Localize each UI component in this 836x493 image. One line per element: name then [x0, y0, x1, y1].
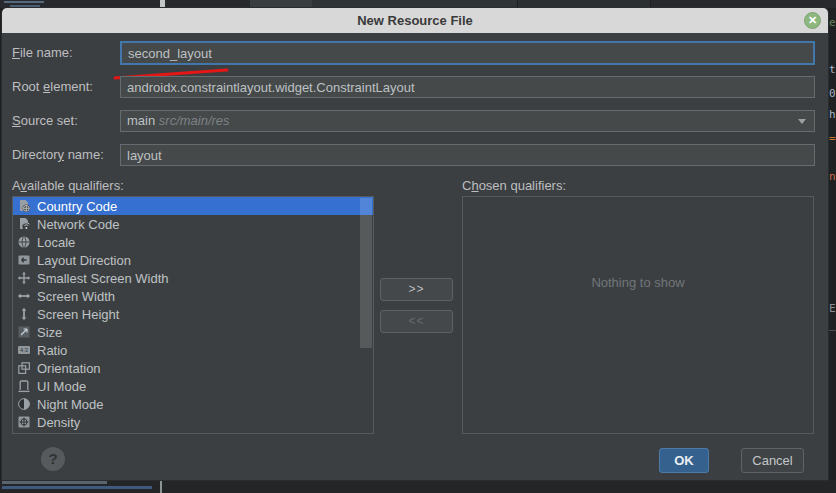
editor-text-fragment: t [829, 63, 836, 76]
qualifier-item-label: Screen Width [37, 289, 115, 304]
screen-width-icon [17, 289, 31, 303]
country-code-icon [17, 199, 31, 213]
qualifier-item[interactable]: Locale [13, 233, 373, 251]
new-resource-file-dialog: New Resource File ✕ File name: Root elem… [2, 8, 828, 480]
qualifier-item-label: Network Code [37, 217, 119, 232]
qualifier-item-label: Size [37, 325, 62, 340]
chevron-down-icon [798, 119, 806, 124]
file-name-input[interactable] [120, 41, 815, 65]
editor-text-fragment: 0 [829, 87, 836, 100]
qualifier-item-label: Night Mode [37, 397, 103, 412]
available-qualifiers-label: Available qualifiers: [12, 178, 124, 194]
qualifier-item-label: Locale [37, 235, 75, 250]
ratio-icon: 4:3 [17, 343, 31, 357]
screen-height-icon [17, 307, 31, 321]
ide-background-bottom [0, 480, 836, 493]
ide-bottom-text-fragment [2, 481, 107, 484]
source-set-combobox[interactable]: main src/main/res [120, 110, 815, 132]
help-button[interactable]: ? [41, 447, 65, 471]
night-mode-icon [17, 397, 31, 411]
editor-text-fragment: e [829, 16, 836, 29]
qualifier-item-label: Country Code [37, 199, 117, 214]
density-icon [17, 415, 31, 429]
qualifier-item-label: Layout Direction [37, 253, 131, 268]
ide-top-tab-fragment [518, 0, 651, 8]
empty-state-text: Nothing to show [463, 275, 813, 290]
available-qualifiers-list[interactable]: Country CodeNetwork CodeLocaleLayout Dir… [12, 196, 374, 434]
ide-bottom-text-fragment [2, 486, 152, 489]
qualifier-item[interactable]: Night Mode [13, 395, 373, 413]
qualifier-item[interactable]: Network Code [13, 215, 373, 233]
scrollbar-thumb[interactable] [360, 198, 372, 348]
qualifier-item-label: Density [37, 415, 80, 430]
close-icon[interactable]: ✕ [804, 12, 821, 29]
ide-background-top [0, 0, 836, 8]
network-code-icon [17, 217, 31, 231]
root-element-input[interactable] [120, 76, 815, 98]
qualifier-item[interactable]: Density [13, 413, 373, 431]
move-right-button[interactable]: >> [380, 278, 453, 301]
qualifier-item[interactable]: 4:3Ratio [13, 341, 373, 359]
ide-top-divider [160, 0, 165, 8]
qualifier-item-label: Orientation [37, 361, 101, 376]
smallest-screen-width-icon [17, 271, 31, 285]
ide-top-tab-fragment [312, 0, 518, 8]
ide-top-tab-fragment [250, 0, 312, 8]
source-set-value: main [127, 113, 155, 128]
qualifier-item-label: Screen Height [37, 307, 119, 322]
layout-direction-icon [17, 253, 31, 267]
dialog-titlebar[interactable]: New Resource File ✕ [2, 8, 828, 33]
ide-top-text-fragment [10, 5, 40, 7]
screen: et0h=nE_F New Resource File ✕ File name:… [0, 0, 836, 493]
move-left-button[interactable]: << [380, 310, 453, 333]
size-icon [17, 325, 31, 339]
qualifier-item[interactable]: Country Code [13, 197, 373, 215]
editor-text-fragment: h [829, 108, 836, 121]
qualifier-item-label: Smallest Screen Width [37, 271, 169, 286]
qualifier-item[interactable]: Orientation [13, 359, 373, 377]
root-element-label: Root element: [12, 78, 93, 96]
qualifier-item[interactable]: Screen Width [13, 287, 373, 305]
qualifier-item[interactable]: Screen Height [13, 305, 373, 323]
chosen-qualifiers-panel[interactable]: Nothing to show [462, 196, 814, 434]
ui-mode-icon [17, 379, 31, 393]
editor-text-fragment: n [829, 170, 836, 183]
source-set-path-hint: src/main/res [159, 113, 230, 128]
file-name-label: File name: [12, 44, 73, 62]
ide-background-editor-sliver: et0h=nE_F [828, 8, 836, 480]
qualifier-item-label: Ratio [37, 343, 67, 358]
editor-text-fragment: _F [829, 318, 836, 331]
qualifier-item[interactable]: Layout Direction [13, 251, 373, 269]
ide-top-text-fragment [4, 1, 44, 3]
orientation-icon [17, 361, 31, 375]
qualifier-item-label: UI Mode [37, 379, 86, 394]
locale-icon [17, 235, 31, 249]
qualifier-item[interactable]: Size [13, 323, 373, 341]
dialog-title: New Resource File [2, 8, 828, 33]
cancel-button[interactable]: Cancel [741, 448, 804, 473]
svg-text:4:3: 4:3 [20, 347, 28, 353]
chosen-qualifiers-label: Chosen qualifiers: [462, 178, 566, 194]
qualifier-item[interactable]: UI Mode [13, 377, 373, 395]
editor-text-fragment: E [829, 302, 836, 315]
editor-text-fragment: = [829, 132, 836, 145]
qualifier-item[interactable]: Smallest Screen Width [13, 269, 373, 287]
ide-bottom-divider [160, 480, 162, 493]
source-set-label: Source set: [12, 112, 78, 130]
ok-button[interactable]: OK [659, 448, 709, 473]
directory-name-label: Directory name: [12, 146, 104, 164]
directory-name-input[interactable] [120, 144, 815, 166]
